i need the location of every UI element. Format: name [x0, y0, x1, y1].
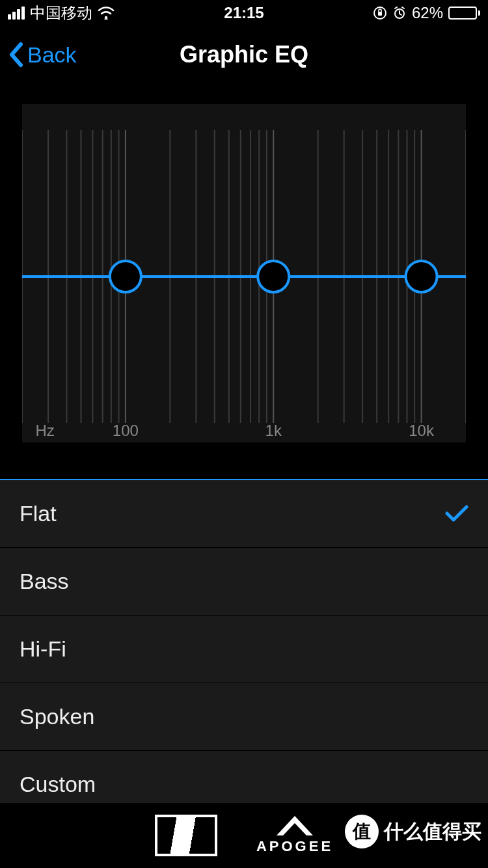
back-label: Back — [27, 42, 77, 68]
checkmark-icon — [445, 499, 468, 528]
preset-label: Custom — [20, 772, 96, 797]
eq-unit-label: Hz — [35, 422, 54, 440]
eq-handle-2[interactable] — [258, 261, 289, 292]
preset-label: Flat — [20, 501, 57, 526]
preset-bass[interactable]: Bass — [0, 548, 488, 616]
eq-handle-3[interactable] — [406, 261, 437, 292]
orientation-lock-icon — [373, 6, 387, 20]
svg-point-0 — [105, 16, 107, 19]
battery-icon — [448, 7, 480, 20]
sennheiser-logo — [155, 815, 217, 856]
carrier-label: 中国移动 — [30, 3, 92, 23]
preset-flat[interactable]: Flat — [0, 480, 488, 548]
svg-rect-2 — [378, 12, 382, 16]
page-title: Graphic EQ — [180, 41, 308, 68]
eq-axis-labels: Hz 100 1k 10k — [22, 422, 466, 440]
eq-tick-100: 100 — [113, 422, 139, 440]
eq-tick-10k: 10k — [409, 422, 434, 440]
nav-bar: Back Graphic EQ — [0, 26, 488, 83]
eq-tick-1k: 1k — [265, 422, 282, 440]
signal-icon — [8, 7, 25, 20]
wifi-icon — [98, 7, 115, 20]
alarm-icon — [392, 6, 407, 20]
eq-handle-1[interactable] — [110, 261, 141, 292]
preset-label: Spoken — [20, 704, 94, 729]
preset-label: Bass — [20, 569, 69, 594]
preset-label: Hi-Fi — [20, 636, 66, 662]
preset-list: FlatBassHi-FiSpokenCustom — [0, 479, 488, 819]
eq-graph[interactable]: Hz 100 1k 10k — [22, 104, 466, 442]
back-button[interactable]: Back — [8, 26, 77, 83]
battery-percent: 62% — [412, 4, 443, 22]
status-bar: 中国移动 21:15 62% — [0, 0, 488, 26]
footer: APOGEE — [0, 803, 488, 868]
preset-hi-fi[interactable]: Hi-Fi — [0, 616, 488, 683]
chevron-left-icon — [8, 42, 25, 68]
preset-spoken[interactable]: Spoken — [0, 683, 488, 751]
apogee-logo: APOGEE — [256, 816, 333, 855]
